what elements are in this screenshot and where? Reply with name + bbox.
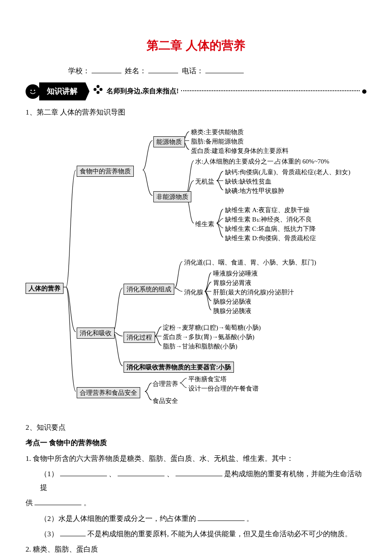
node-mineral-item-1: 缺铁:缺铁性贫血	[225, 177, 271, 187]
node-digtract: 消化道(口、咽、食道、胃、小肠、大肠、肛门)	[184, 258, 316, 267]
blank-1a-1	[60, 468, 107, 476]
blank-school	[92, 65, 121, 74]
svg-point-1	[34, 89, 35, 91]
node-gland-item-0: 唾液腺分泌唾液	[213, 269, 258, 279]
blank-1c	[60, 528, 86, 536]
meta-row: 学校： 姓名： 电话：	[26, 64, 366, 78]
label-name: 姓名：	[125, 67, 147, 75]
section1-label: 1、第二章 人体的营养知识导图	[26, 106, 366, 119]
node-mineral-item-0: 缺钙:佝偻病(儿童)、骨质疏松症(老人、妇女)	[225, 168, 350, 177]
node-vitamin-item-0: 缺维生素 A:夜盲症、皮肤干燥	[225, 206, 310, 215]
ribbon-label: 知识讲解	[39, 82, 89, 100]
ribbon-subtitle: 名师到身边,亲自来指点!	[107, 85, 179, 98]
label-phone: 电话：	[182, 67, 204, 75]
node-vitamin-label: 维生素	[195, 220, 214, 229]
p1-a: （1） 、 、 是构成细胞的重要有机物，并能为生命活动提	[26, 467, 366, 495]
node-energy-item-0: 糖类:主要供能物质	[191, 128, 244, 137]
kaodian1-head: 考点一 食物中的营养物质	[26, 436, 366, 450]
node-vitamin-item-2: 缺维生素 C:坏血病、抵抗力下降	[225, 224, 316, 234]
dotted-line	[181, 90, 360, 91]
p1-a-mid2: 、	[167, 470, 174, 478]
blank-1a-4	[35, 497, 81, 506]
node-heli-item-0: 平衡膳食宝塔	[188, 375, 227, 384]
knowledge-map: 人体的营养 食物中的营养物质 能源物质 糖类:主要供能物质 脂肪:备用能源物质 …	[26, 121, 366, 419]
node-food-safe: 食品安全	[153, 397, 178, 406]
p1-a-prefix: （1）	[40, 470, 58, 478]
svg-point-5	[100, 88, 103, 91]
node-energy-item-2: 蛋白质:建造和修复身体的主要原料	[191, 147, 288, 156]
p1-c: （3） 不是构成细胞的重要原料, 不能为人体提供能量，但又是生命活动必不可少的物…	[26, 527, 366, 541]
node-digproc-item-1: 蛋白质→多肽(胃)→氨基酸(小肠)	[163, 333, 254, 342]
node-mineral-label: 无机盐	[195, 177, 214, 187]
node-mainorgan: 消化和吸收营养物质的主要器官:小肠	[124, 362, 234, 373]
p1-c-lead: （3）	[40, 530, 58, 538]
node-nonenergy: 非能源物质	[153, 191, 191, 202]
node-gland-item-1: 胃腺分泌胃液	[213, 279, 251, 288]
p1-b-tail: 。	[246, 515, 254, 523]
node-digproc-item-2: 脂肪→甘油和脂肪酸(小肠)	[163, 342, 237, 351]
node-digproc-item-0: 淀粉→麦芽糖(口腔)→葡萄糖(小肠)	[163, 323, 261, 333]
svg-point-6	[97, 88, 99, 90]
p1-c-tail: 不是构成细胞的重要原料, 不能为人体提供能量，但又是生命活动必不可少的物质。	[87, 530, 352, 538]
node-safety: 合理营养和食品安全	[77, 387, 140, 398]
p1-b: （2）水是人体细胞的重要成分之一，约占体重的 。	[26, 512, 366, 526]
flower-icon	[93, 83, 103, 101]
ribbon-row: 知识讲解 名师到身边,亲自来指点!	[26, 82, 366, 100]
dot-end-icon	[362, 89, 366, 94]
p1-lead: 1. 食物中所含的六大营养物质是糖类、脂肪、蛋白质、水、无机盐、维生素。其中：	[26, 452, 366, 466]
svg-point-4	[94, 88, 97, 91]
node-energy: 能源物质	[153, 136, 185, 147]
node-vitamin-item-3: 缺维生素 D:佝偻病、骨质疏松症	[225, 234, 316, 243]
node-gland-item-3: 肠腺分泌肠液	[213, 297, 251, 307]
node-vitamin-item-1: 缺维生素 B₁:神经炎、消化不良	[225, 215, 312, 224]
node-water: 水:人体细胞的主要成分之一,占体重的 60%~70%	[195, 157, 329, 167]
node-root: 人体的营养	[26, 283, 63, 294]
node-mineral-item-2: 缺碘:地方性甲状腺肿	[225, 187, 284, 196]
node-energy-item-1: 脂肪:备用能源物质	[191, 137, 244, 147]
node-gland-item-4: 胰腺分泌胰液	[213, 307, 251, 316]
page-title: 第二章 人体的营养	[26, 34, 366, 57]
node-gland-item-2: 肝脏(最大的消化腺)分泌胆汁	[213, 288, 294, 297]
svg-point-0	[31, 89, 32, 91]
smile-icon	[26, 84, 40, 99]
p1-a-cont: 供 。	[26, 496, 366, 510]
node-gland-label: 消化腺	[184, 288, 203, 297]
node-heli-label: 合理营养	[153, 380, 178, 389]
blank-1b	[198, 513, 245, 521]
p1-a-cont-tail: 。	[84, 499, 91, 507]
p2: 2. 糖类、脂肪、蛋白质	[26, 543, 366, 555]
svg-point-2	[97, 85, 100, 88]
svg-point-3	[97, 91, 100, 94]
section2-label: 2、知识要点	[26, 421, 366, 434]
blank-name	[148, 65, 178, 74]
node-digsys: 消化系统的组成	[124, 284, 174, 295]
p1-b-text: （2）水是人体细胞的重要成分之一，约占体重的	[40, 515, 196, 523]
blank-1a-2	[118, 468, 164, 476]
p1-a-cont-lead: 供	[26, 499, 33, 507]
label-school: 学校：	[68, 67, 90, 75]
blank-1a-3	[176, 468, 222, 476]
node-food-nutrients: 食物中的营养物质	[77, 166, 134, 177]
node-digest-absorb: 消化和吸收	[77, 328, 115, 339]
p1-a-mid1: 、	[109, 470, 116, 478]
node-heli-item-1: 设计一份合理的午餐食谱	[188, 384, 259, 394]
blank-phone	[205, 65, 244, 74]
node-digproc: 消化过程	[124, 332, 155, 343]
